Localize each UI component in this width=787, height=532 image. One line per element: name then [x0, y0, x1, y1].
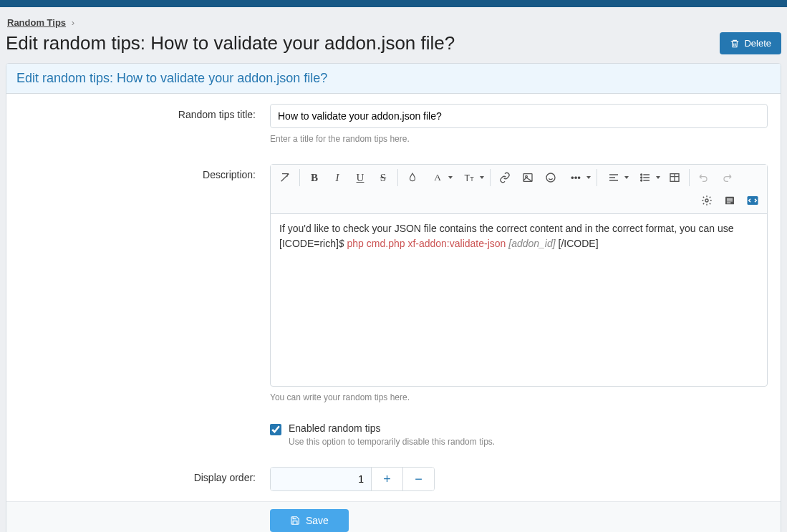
align-icon[interactable]: [600, 166, 627, 189]
editor-code-text: php cmd.php xf-addon:validate-json: [344, 238, 509, 249]
editor-toolbar: B I U S A TT •••: [271, 165, 767, 214]
toolbar-separator: [397, 169, 398, 186]
trash-icon: [730, 39, 740, 49]
svg-rect-10: [727, 200, 733, 201]
description-label: Description:: [19, 164, 256, 402]
svg-point-3: [641, 174, 642, 175]
panel-title: Edit random tips: How to validate your a…: [6, 64, 781, 94]
enabled-row[interactable]: Enabled random tips Use this option to t…: [270, 422, 768, 447]
page-title: Edit random tips: How to validate your a…: [6, 32, 455, 54]
strike-icon[interactable]: S: [372, 166, 395, 189]
redo-icon[interactable]: [715, 166, 738, 189]
svg-point-2: [546, 173, 555, 182]
display-order-input[interactable]: [271, 468, 371, 490]
svg-point-5: [641, 180, 642, 181]
font-size-icon[interactable]: TT: [455, 166, 483, 189]
delete-button[interactable]: Delete: [720, 32, 781, 54]
toolbar-separator: [299, 169, 300, 186]
save-button-label: Save: [306, 515, 329, 526]
panel-footer: Save: [6, 501, 781, 532]
toolbar-separator: [490, 169, 491, 186]
chevron-down-icon: [586, 176, 591, 179]
edit-panel: Edit random tips: How to validate your a…: [6, 63, 781, 532]
rich-text-editor: B I U S A TT •••: [270, 164, 768, 387]
display-order-label: Display order:: [19, 467, 256, 491]
smile-icon[interactable]: [539, 166, 562, 189]
svg-rect-11: [727, 203, 730, 203]
description-help: You can write your random tips here.: [270, 392, 768, 402]
editor-content[interactable]: If you'd like to check your JSON file co…: [271, 214, 767, 386]
decrement-button[interactable]: −: [402, 468, 434, 490]
image-icon[interactable]: [516, 166, 539, 189]
title-input[interactable]: [270, 104, 768, 128]
svg-point-4: [641, 177, 642, 178]
chevron-down-icon: [624, 176, 629, 179]
underline-icon[interactable]: U: [349, 166, 372, 189]
editor-text: $: [339, 238, 344, 249]
table-icon[interactable]: [663, 166, 686, 189]
enabled-label: Enabled random tips: [289, 422, 380, 434]
save-icon: [290, 516, 300, 526]
italic-icon[interactable]: I: [326, 166, 349, 189]
chevron-down-icon: [480, 176, 484, 179]
undo-icon[interactable]: [692, 166, 715, 189]
gear-icon[interactable]: [695, 189, 718, 212]
chevron-right-icon: ›: [72, 17, 74, 28]
chevron-down-icon: [656, 176, 660, 179]
svg-point-7: [705, 199, 708, 202]
remove-format-icon[interactable]: [274, 166, 296, 189]
link-icon[interactable]: [493, 166, 516, 189]
font-family-icon[interactable]: A: [424, 166, 451, 189]
editor-arg-text: [addon_id]: [508, 238, 555, 249]
title-help: Enter a title for the random tips here.: [270, 134, 768, 144]
text-color-icon[interactable]: [401, 166, 424, 189]
drafts-icon[interactable]: [718, 189, 741, 212]
increment-button[interactable]: +: [371, 468, 402, 490]
list-icon[interactable]: [632, 166, 659, 189]
toolbar-separator: [597, 169, 597, 186]
breadcrumb-root-link[interactable]: Random Tips: [7, 17, 66, 28]
save-button[interactable]: Save: [270, 509, 349, 532]
editor-text: [/ICODE]: [556, 238, 599, 249]
display-order-stepper: + −: [270, 467, 435, 491]
toolbar-separator: [689, 169, 690, 186]
svg-rect-9: [727, 198, 733, 199]
breadcrumb: Random Tips ›: [7, 17, 781, 28]
delete-button-label: Delete: [744, 38, 771, 49]
bold-icon[interactable]: B: [303, 166, 326, 189]
title-label: Random tips title:: [19, 104, 256, 144]
toggle-bbcode-icon[interactable]: [741, 189, 764, 212]
topbar: [0, 0, 787, 7]
enabled-checkbox[interactable]: [270, 424, 281, 435]
more-icon[interactable]: •••: [562, 166, 589, 189]
chevron-down-icon: [448, 176, 453, 179]
enabled-help: Use this option to temporarily disable t…: [289, 437, 495, 447]
